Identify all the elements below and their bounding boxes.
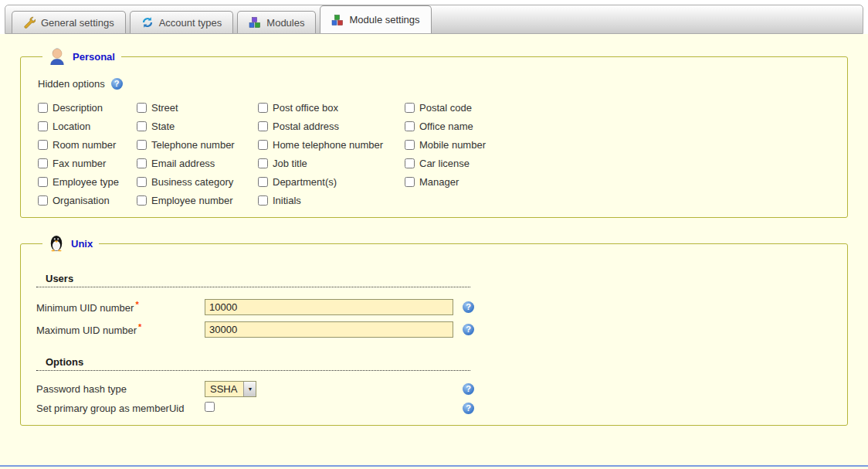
hidden-option-checkbox[interactable] — [258, 195, 268, 206]
tab-general-settings[interactable]: General settings — [12, 11, 126, 33]
hidden-option-label: Employee number — [151, 195, 233, 206]
hidden-option-checkbox[interactable] — [38, 195, 48, 206]
hidden-option[interactable]: Job title — [258, 158, 405, 169]
tab-account-types[interactable]: Account types — [130, 11, 234, 33]
hidden-options-label: Hidden options — [38, 78, 105, 90]
max-uid-row: Maximum UID number* ? — [36, 321, 832, 338]
help-icon[interactable]: ? — [463, 403, 474, 414]
hidden-option[interactable]: Fax number — [38, 158, 137, 169]
hidden-option-checkbox[interactable] — [258, 103, 268, 113]
hidden-option-checkbox[interactable] — [38, 140, 48, 150]
hidden-option-checkbox[interactable] — [258, 177, 268, 187]
personal-legend: Personal — [42, 46, 121, 67]
hidden-option-checkbox[interactable] — [258, 158, 268, 168]
hidden-option-checkbox[interactable] — [405, 158, 415, 168]
chevron-down-icon[interactable]: ▼ — [243, 382, 256, 396]
hidden-option-label: Organisation — [53, 195, 110, 206]
personal-section: Personal Hidden options ? Description St… — [20, 46, 848, 218]
hidden-options-row: Hidden options ? — [38, 78, 832, 90]
min-uid-input[interactable] — [205, 299, 453, 315]
hidden-option[interactable]: Home telephone number — [258, 139, 405, 151]
hidden-option-checkbox[interactable] — [38, 158, 48, 168]
hidden-option[interactable]: Business category — [137, 176, 258, 188]
min-uid-label: Minimum UID number* — [36, 300, 205, 314]
hidden-option[interactable]: State — [137, 121, 258, 132]
tab-bar: General settings Account types Modules M… — [5, 5, 863, 34]
hidden-option-checkbox[interactable] — [405, 103, 415, 113]
hidden-option[interactable]: Postal address — [258, 121, 405, 132]
hidden-option[interactable]: Organisation — [38, 195, 137, 206]
hidden-option-label: Office name — [419, 121, 473, 132]
hidden-option[interactable]: Street — [137, 102, 258, 114]
hidden-option[interactable]: Post office box — [258, 102, 405, 114]
hidden-option-label: Initials — [273, 195, 301, 206]
hidden-option[interactable]: Email address — [137, 158, 258, 169]
hidden-option[interactable]: Mobile number — [405, 139, 832, 151]
member-uid-checkbox[interactable] — [205, 402, 215, 412]
hidden-option[interactable]: Room number — [38, 139, 137, 151]
hidden-option-checkbox[interactable] — [137, 140, 147, 150]
hidden-option[interactable]: Location — [38, 121, 137, 132]
max-uid-label: Maximum UID number* — [36, 322, 205, 336]
hidden-option[interactable]: Employee number — [137, 195, 258, 206]
required-marker: * — [135, 300, 138, 309]
hidden-option[interactable]: Office name — [405, 121, 832, 132]
hidden-option-checkbox[interactable] — [405, 121, 415, 131]
hidden-option-label: Home telephone number — [273, 139, 383, 151]
max-uid-control — [205, 321, 463, 338]
tab-label: Account types — [159, 17, 222, 29]
password-hash-control: SSHA ▼ — [205, 381, 463, 397]
max-uid-input[interactable] — [205, 321, 453, 338]
hidden-option-label: Post office box — [273, 102, 338, 114]
required-marker: * — [138, 322, 141, 331]
hidden-option-checkbox[interactable] — [258, 121, 268, 131]
hidden-option[interactable]: Employee type — [38, 176, 137, 188]
hidden-option-checkbox[interactable] — [258, 140, 268, 150]
module-settings-icon — [331, 14, 344, 26]
tab-modules[interactable]: Modules — [237, 11, 316, 33]
main-content: Personal Hidden options ? Description St… — [0, 34, 868, 469]
hidden-option-checkbox[interactable] — [137, 121, 147, 131]
hidden-option-checkbox[interactable] — [137, 195, 147, 206]
member-uid-control — [205, 402, 463, 414]
hidden-option[interactable]: Department(s) — [258, 176, 405, 188]
hidden-option-label: Description — [53, 102, 103, 114]
hidden-option-checkbox[interactable] — [405, 177, 415, 187]
hidden-option-label: Department(s) — [273, 176, 337, 188]
hidden-option-label: Street — [151, 102, 178, 114]
users-section-header: Users — [36, 273, 470, 287]
hidden-option[interactable]: Description — [38, 102, 137, 114]
hidden-option-label: State — [151, 121, 175, 132]
help-icon[interactable]: ? — [463, 324, 474, 335]
password-hash-label: Password hash type — [36, 383, 205, 395]
hidden-option[interactable]: Car license — [405, 158, 832, 169]
password-hash-select[interactable]: SSHA ▼ — [205, 381, 256, 397]
hidden-option-checkbox[interactable] — [38, 103, 48, 113]
hidden-option-checkbox[interactable] — [38, 121, 48, 131]
tab-label: General settings — [41, 17, 114, 29]
tab-label: Module settings — [349, 14, 419, 25]
hidden-option-checkbox[interactable] — [137, 177, 147, 187]
hidden-option-checkbox[interactable] — [38, 177, 48, 187]
hidden-option-label: Job title — [273, 158, 307, 169]
hidden-option-label: Telephone number — [151, 139, 235, 151]
help-icon[interactable]: ? — [463, 301, 474, 313]
help-icon[interactable]: ? — [111, 78, 123, 90]
hidden-option-checkbox[interactable] — [137, 103, 147, 113]
hidden-option[interactable]: Manager — [405, 176, 832, 188]
member-uid-label: Set primary group as memberUid — [36, 403, 205, 414]
hidden-option[interactable]: Initials — [258, 195, 405, 206]
hidden-option[interactable]: Telephone number — [137, 139, 258, 151]
tux-penguin-icon — [49, 233, 64, 254]
page: General settings Account types Modules M… — [0, 5, 868, 469]
hidden-option-label: Location — [53, 121, 90, 132]
hidden-option-label: Postal address — [273, 121, 339, 132]
tab-module-settings[interactable]: Module settings — [320, 5, 431, 33]
help-icon[interactable]: ? — [463, 383, 474, 395]
hidden-option-checkbox[interactable] — [405, 140, 415, 150]
min-uid-control — [205, 299, 463, 315]
hidden-option-label: Email address — [151, 158, 215, 169]
hidden-option-checkbox[interactable] — [137, 158, 147, 168]
member-uid-row: Set primary group as memberUid ? — [36, 402, 832, 414]
hidden-option[interactable]: Postal code — [405, 102, 832, 114]
